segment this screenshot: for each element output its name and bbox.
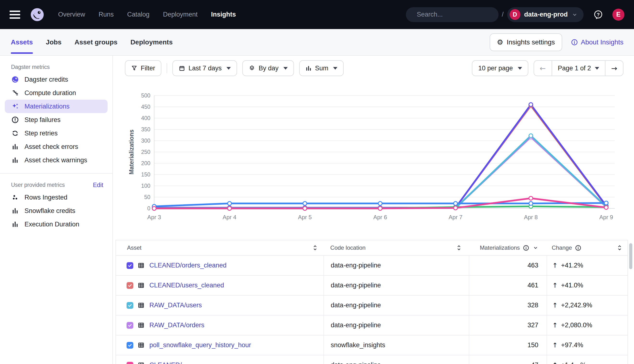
table-asset-icon: [138, 322, 144, 329]
sidebar-item-asset-check-warnings[interactable]: Asset check warnings: [5, 154, 108, 167]
date-range-select[interactable]: Last 7 days: [172, 60, 237, 76]
series-checkbox[interactable]: [126, 342, 133, 349]
top-nav: Overview Runs Catalog Deployment Insight…: [0, 0, 634, 29]
caret-down-icon: [595, 67, 599, 70]
org-avatar: D: [510, 9, 520, 20]
chart-canvas[interactable]: 050100150200250300350400450500Apr 3Apr 4…: [113, 80, 634, 229]
asset-link[interactable]: CLEANED/users_cleaned: [149, 282, 224, 289]
filter-button[interactable]: Filter: [125, 60, 162, 76]
tab-asset-groups[interactable]: Asset groups: [74, 29, 118, 55]
bar-chart-icon: [11, 207, 19, 215]
nav-runs[interactable]: Runs: [99, 11, 114, 18]
insights-settings-button[interactable]: ⚙ Insights settings: [490, 33, 562, 51]
info-icon[interactable]: [575, 245, 582, 251]
edit-metrics-link[interactable]: Edit: [93, 176, 103, 188]
arrow-up-icon: ↑: [552, 361, 558, 364]
svg-text:Materializations: Materializations: [128, 130, 135, 174]
toolbar-divider: [167, 63, 167, 73]
info-icon[interactable]: [523, 245, 529, 251]
svg-text:?: ?: [597, 12, 600, 17]
nav-overview[interactable]: Overview: [58, 11, 85, 18]
per-page-select[interactable]: 10 per page: [472, 60, 528, 76]
materializations-value: 327: [528, 322, 538, 329]
tab-assets[interactable]: Assets: [11, 29, 33, 55]
arrow-up-icon: ↑: [552, 262, 558, 269]
help-icon[interactable]: ?: [593, 10, 603, 20]
sidebar-item-step-retries[interactable]: Step retries: [5, 126, 108, 140]
sidebar-item-rows-ingested[interactable]: Rows Ingested: [5, 191, 108, 204]
asset-link[interactable]: RAW_DATA/orders: [149, 322, 204, 329]
table-asset-icon: [138, 262, 144, 269]
series-checkbox[interactable]: [126, 282, 133, 289]
nav-insights[interactable]: Insights: [211, 11, 236, 18]
dagster-logo-icon[interactable]: [30, 8, 44, 22]
search-shortcut: /: [502, 11, 504, 18]
sidebar-item-execution-duration[interactable]: Execution Duration: [5, 218, 108, 231]
table-asset-icon: [138, 282, 144, 289]
dagster-credits-icon: [11, 76, 19, 84]
asset-link[interactable]: CLEANED/orders_cleaned: [149, 262, 226, 269]
sidebar-item-asset-check-errors[interactable]: Asset check errors: [5, 140, 108, 154]
sidebar-item-dagster-credits[interactable]: Dagster credits: [5, 73, 108, 86]
assets-table: Asset Code location Materializations Cha…: [116, 240, 628, 364]
column-header-code-location[interactable]: Code location: [330, 244, 366, 251]
prev-page-button[interactable]: ←: [534, 61, 552, 76]
svg-text:100: 100: [141, 183, 150, 189]
layers-icon: [248, 65, 255, 72]
svg-text:Apr 5: Apr 5: [298, 214, 312, 220]
sort-desc-icon[interactable]: [533, 245, 538, 251]
sidebar-section-title: Dagster metrics: [0, 56, 112, 73]
about-insights-link[interactable]: About Insights: [571, 38, 624, 46]
sidebar-item-materializations[interactable]: Materializations: [5, 100, 108, 113]
bar-chart-icon: [11, 156, 19, 164]
bar-chart-icon: [11, 220, 19, 228]
table-row: poll_snowflake_query_history_hoursnowfla…: [116, 336, 628, 355]
org-switcher[interactable]: D data-eng-prod: [507, 7, 584, 22]
table-row: CLEANED/users_cleaneddata-eng-pipeline46…: [116, 276, 628, 296]
granularity-select[interactable]: By day: [242, 60, 294, 76]
tab-deployments[interactable]: Deployments: [130, 29, 173, 55]
column-header-change[interactable]: Change: [552, 244, 572, 251]
arrow-up-icon: ↑: [552, 302, 558, 309]
asset-link[interactable]: poll_snowflake_query_history_hour: [149, 342, 251, 349]
series-checkbox[interactable]: [126, 362, 133, 364]
materializations-value: 328: [528, 302, 538, 309]
sidebar-section-title: User provided metrics: [0, 174, 65, 191]
series-checkbox[interactable]: [126, 302, 133, 309]
series-checkbox[interactable]: [126, 262, 133, 269]
page-select[interactable]: Page 1 of 2: [552, 61, 605, 76]
next-page-button[interactable]: →: [605, 61, 623, 76]
scrollbar-thumb[interactable]: [629, 243, 632, 269]
table-scrollbar[interactable]: [629, 241, 632, 364]
svg-text:150: 150: [141, 172, 150, 178]
code-location: data-eng-pipeline: [331, 282, 381, 289]
menu-icon[interactable]: [10, 10, 20, 19]
column-header-asset[interactable]: Asset: [127, 244, 142, 251]
column-header-materializations[interactable]: Materializations: [480, 244, 520, 251]
arrow-right-icon: →: [611, 64, 617, 72]
search-input[interactable]: [417, 11, 502, 18]
nav-deployment[interactable]: Deployment: [163, 11, 198, 18]
code-location: data-eng-pipeline: [331, 262, 381, 269]
materializations-value: 463: [528, 262, 538, 269]
tab-jobs[interactable]: Jobs: [46, 29, 62, 55]
sort-icon[interactable]: [456, 244, 462, 252]
series-checkbox[interactable]: [126, 322, 133, 329]
asset-link[interactable]: CLEANED/…: [149, 361, 188, 364]
nav-catalog[interactable]: Catalog: [127, 11, 150, 18]
sidebar-item-step-failures[interactable]: Step failures: [5, 113, 108, 126]
table-row: CLEANED/orders_cleaneddata-eng-pipeline4…: [116, 256, 628, 276]
aggregation-select[interactable]: Sum: [299, 60, 344, 76]
svg-text:Apr 3: Apr 3: [147, 214, 161, 220]
user-avatar[interactable]: E: [612, 9, 624, 21]
search-box[interactable]: /: [406, 7, 498, 22]
sidebar-item-snowflake-credits[interactable]: Snowflake credits: [5, 204, 108, 218]
sort-icon[interactable]: [616, 244, 623, 252]
arrow-up-icon: ↑: [552, 322, 558, 329]
sidebar-item-compute-duration[interactable]: Compute duration: [5, 86, 108, 100]
info-icon: [571, 39, 578, 46]
change-value: ↑+41.0%: [552, 282, 583, 289]
asset-link[interactable]: RAW_DATA/users: [149, 302, 202, 309]
primary-nav: Overview Runs Catalog Deployment Insight…: [58, 11, 236, 18]
sort-icon[interactable]: [312, 244, 318, 252]
